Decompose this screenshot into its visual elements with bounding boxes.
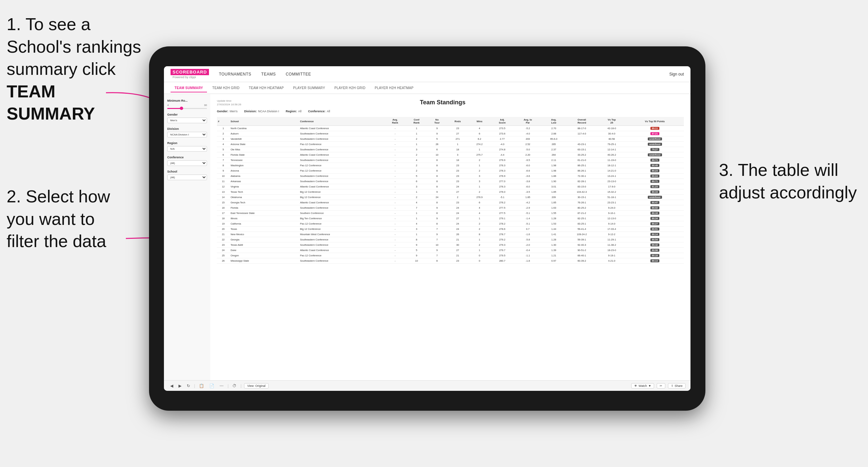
toolbar-copy[interactable]: 📋 [198, 383, 205, 389]
sub-nav-player-h2h-grid[interactable]: PLAYER H2H GRID [331, 84, 370, 92]
toolbar-sep1: | [194, 383, 195, 388]
division-label: Division [167, 127, 207, 130]
filter-gender-label: Gender: [217, 110, 228, 113]
table-title: Team Standings [241, 99, 644, 106]
table-row: 4 Arizona State Pac-12 Conference - 1 26… [217, 142, 684, 147]
col-avg-rank: Avg.Rank [384, 117, 406, 126]
sub-nav-team-summary[interactable]: TEAM SUMMARY [170, 84, 207, 92]
table-header-row: Update time: 27/03/2024 16:56:26 Team St… [217, 99, 684, 106]
sub-nav-team-h2h-grid[interactable]: TEAM H2H GRID [208, 84, 243, 92]
conference-select[interactable]: (All) [167, 160, 207, 166]
min-round-range: 4 30 [167, 104, 207, 107]
table-row: 15 Georgia Tech Atlantic Coast Conferenc… [217, 200, 684, 205]
region-label: Region [167, 142, 207, 145]
table-row: 9 Arizona Pac-12 Conference - 2 8 23 2 2… [217, 168, 684, 174]
table-row: 7 Tennessee Southeastern Conference - 4 … [217, 158, 684, 163]
eye-icon: 👁 [634, 384, 637, 387]
table-row: 21 New Mexico Mountain West Conference -… [217, 232, 684, 237]
col-overall: OverallRecord [566, 117, 598, 126]
col-no-tour: NoTour [427, 117, 447, 126]
share-button[interactable]: ⇧ Share [668, 383, 685, 388]
school-filter: School (All) [167, 170, 207, 180]
table-header: # School Conference Avg.Rank ConfRank No… [217, 117, 684, 126]
filter-division-value: NCAA Division I [258, 110, 279, 113]
conference-label: Conference [167, 156, 207, 159]
filter-conference-value: All [327, 110, 330, 113]
instruction-step3: 3. The table will adjust accordingly [719, 159, 858, 204]
table-row: 14 Oklahoma Big 12 Conference - 2 24 2 2… [217, 195, 684, 200]
instruction-step2: 2. Select how you want to filter the dat… [7, 185, 132, 253]
filter-conference-label: Conference: [308, 110, 326, 113]
instruction-step2-line3: filter the data [7, 231, 106, 251]
filter-display-conference: Conference: All [308, 110, 330, 113]
toolbar-sep3: | [241, 383, 241, 388]
sub-nav-team-h2h-heatmap[interactable]: TEAM H2H HEATMAP [245, 84, 288, 92]
min-round-label: Minimum Ro... [167, 99, 207, 102]
table-row: 5 Ole Miss Southeastern Conference - 3 6… [217, 147, 684, 152]
school-select[interactable]: (All) [167, 175, 207, 180]
nav-logo: SCOREBOARD Powered by clippi [170, 69, 209, 79]
clip-button[interactable]: ✂ [657, 383, 665, 388]
table-row: 1 North Carolina Atlantic Coast Conferen… [217, 126, 684, 131]
toolbar-refresh[interactable]: ↻ [185, 383, 191, 389]
nav-links: TOURNAMENTS TEAMS COMMITTEE [219, 72, 669, 76]
instruction-step2-line2: you want to [7, 209, 95, 228]
col-wins: Wins [469, 117, 491, 126]
tablet: SCOREBOARD Powered by clippi TOURNAMENTS… [149, 46, 705, 411]
content-area: Minimum Ro... 4 30 Gender Men's [164, 94, 690, 380]
filter-region-label: Region: [286, 110, 297, 113]
toolbar-paste[interactable]: 📄 [208, 383, 216, 389]
nav-link-committee[interactable]: COMMITTEE [286, 72, 311, 76]
table-row: 11 Arkansas Southeastern Conference - 6 … [217, 179, 684, 184]
table-row: 18 Illinois Big Ten Conference - 1 9 27 … [217, 216, 684, 221]
view-original-button[interactable]: View: Original [244, 383, 268, 388]
table-row: 16 Florida Southeastern Conference - 7 9… [217, 205, 684, 211]
update-time: Update time: 27/03/2024 16:56:26 [217, 99, 241, 106]
tablet-screen: SCOREBOARD Powered by clippi TOURNAMENTS… [164, 66, 690, 391]
col-school: School [229, 117, 299, 126]
instruction-step1-text: 1. To see a School's rankings summary cl… [7, 14, 141, 79]
region-select[interactable]: N/A [167, 146, 207, 152]
sign-out-link[interactable]: Sign out [669, 72, 684, 76]
min-round-filter: Minimum Ro... 4 30 [167, 99, 207, 109]
col-avg-low: Avg.Low [541, 117, 566, 126]
col-vs-top50: Vs Top 50 Points [626, 117, 684, 126]
table-row: 3 Vanderbilt Southeastern Conference - 2… [217, 136, 684, 142]
table-row: 20 Texas Big 12 Conference - 3 7 24 2 27… [217, 226, 684, 232]
filter-display-gender: Gender: Men's [217, 110, 238, 113]
watch-button[interactable]: 👁 Watch ▼ [631, 383, 654, 388]
min-round-min: 4 [167, 104, 168, 107]
instruction-step1-bold: TEAM SUMMARY [7, 82, 95, 124]
toolbar-sep2: | [227, 383, 228, 388]
table-row: 22 Georgia Southeastern Conference - 8 7… [217, 237, 684, 243]
toolbar-clock[interactable]: ⏱ [231, 383, 238, 389]
table-row: 13 Texas Tech Big 12 Conference - 1 9 27… [217, 189, 684, 195]
table-filter-display: Gender: Men's Division: NCAA Division I … [217, 110, 684, 113]
sub-nav-player-summary[interactable]: PLAYER SUMMARY [289, 84, 329, 92]
gender-select[interactable]: Men's [167, 118, 207, 123]
update-time-value: 27/03/2024 16:56:26 [217, 103, 241, 106]
filter-display-division: Division: NCAA Division I [244, 110, 279, 113]
table-row: 10 Alabama Southeastern Conference - 5 8… [217, 174, 684, 179]
toolbar-more[interactable]: ⋯ [218, 383, 225, 389]
min-round-slider[interactable] [167, 108, 207, 109]
toolbar-forward[interactable]: ▶ [177, 383, 183, 389]
division-select[interactable]: NCAA Division I [167, 132, 207, 137]
table-row: 23 Texas A&M Southeastern Conference - 9… [217, 243, 684, 248]
instruction-step2-line1: 2. Select how [7, 187, 110, 206]
filter-division-label: Division: [244, 110, 257, 113]
instruction-step3-line2: adjust accordingly [719, 183, 857, 202]
instruction-step1: 1. To see a School's rankings summary cl… [7, 13, 146, 125]
nav-link-teams[interactable]: TEAMS [261, 72, 276, 76]
toolbar-back[interactable]: ◀ [169, 383, 175, 389]
main-table-area: Update time: 27/03/2024 16:56:26 Team St… [210, 94, 690, 380]
sub-nav-player-h2h-heatmap[interactable]: PLAYER H2H HEATMAP [371, 84, 417, 92]
sidebar-filters: Minimum Ro... 4 30 Gender Men's [164, 94, 210, 380]
update-time-label: Update time: [217, 99, 241, 103]
col-vs-top25: Vs Top25 [598, 117, 626, 126]
nav-bar: SCOREBOARD Powered by clippi TOURNAMENTS… [164, 66, 690, 82]
bottom-toolbar: ◀ ▶ ↻ | 📋 📄 ⋯ | ⏱ | View: Original 👁 Wat… [164, 380, 690, 391]
slider-thumb[interactable] [180, 107, 183, 110]
col-rnds: Rnds [447, 117, 469, 126]
nav-link-tournaments[interactable]: TOURNAMENTS [219, 72, 251, 76]
